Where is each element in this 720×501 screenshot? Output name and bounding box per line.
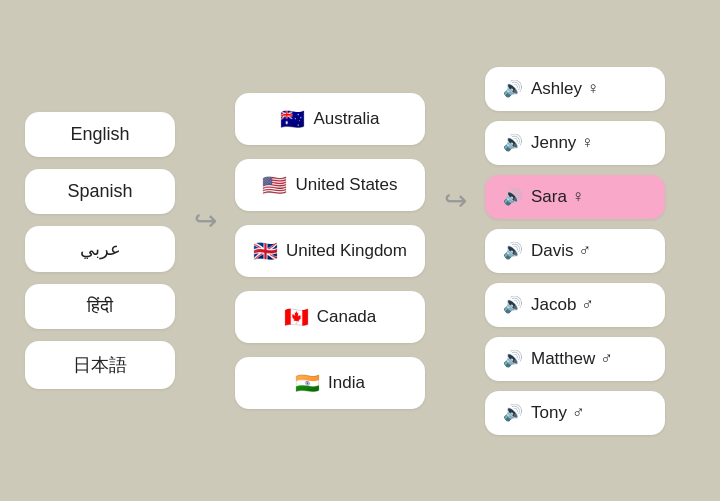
davis-name: Davis ♂ [531,241,647,261]
language-item-japanese[interactable]: 日本語 [25,341,175,389]
voice-item-matthew[interactable]: 🔊Matthew ♂ [485,337,665,381]
jenny-speaker-icon: 🔊 [503,133,523,152]
language-item-english[interactable]: English [25,112,175,157]
tony-speaker-icon: 🔊 [503,403,523,422]
country-item-united-states[interactable]: 🇺🇸United States [235,159,425,211]
arrow-col-2: ↪ [430,21,480,481]
united-states-flag-icon: 🇺🇸 [262,173,287,197]
united-states-label: United States [295,175,397,195]
davis-speaker-icon: 🔊 [503,241,523,260]
country-item-canada[interactable]: 🇨🇦Canada [235,291,425,343]
voice-item-davis[interactable]: 🔊Davis ♂ [485,229,665,273]
main-container: EnglishSpanishعربيहिंदी日本語 ↪ 🇦🇺Australia… [20,21,700,481]
matthew-speaker-icon: 🔊 [503,349,523,368]
voice-item-ashley[interactable]: 🔊Ashley ♀ [485,67,665,111]
sara-speaker-icon: 🔊 [503,187,523,206]
matthew-name: Matthew ♂ [531,349,647,369]
australia-flag-icon: 🇦🇺 [280,107,305,131]
language-item-spanish[interactable]: Spanish [25,169,175,214]
tony-name: Tony ♂ [531,403,647,423]
country-item-india[interactable]: 🇮🇳India [235,357,425,409]
voice-item-tony[interactable]: 🔊Tony ♂ [485,391,665,435]
languages-column: EnglishSpanishعربيहिंदी日本語 [20,112,180,389]
voice-item-jacob[interactable]: 🔊Jacob ♂ [485,283,665,327]
voice-item-jenny[interactable]: 🔊Jenny ♀ [485,121,665,165]
ashley-speaker-icon: 🔊 [503,79,523,98]
jacob-speaker-icon: 🔊 [503,295,523,314]
voice-item-sara[interactable]: 🔊Sara ♀ [485,175,665,219]
arrow-2-icon: ↪ [444,184,467,217]
united-kingdom-label: United Kingdom [286,241,407,261]
country-item-australia[interactable]: 🇦🇺Australia [235,93,425,145]
sara-name: Sara ♀ [531,187,647,207]
voices-column: 🔊Ashley ♀🔊Jenny ♀🔊Sara ♀🔊Davis ♂🔊Jacob ♂… [480,67,670,435]
canada-flag-icon: 🇨🇦 [284,305,309,329]
ashley-name: Ashley ♀ [531,79,647,99]
united-kingdom-flag-icon: 🇬🇧 [253,239,278,263]
canada-label: Canada [317,307,377,327]
india-flag-icon: 🇮🇳 [295,371,320,395]
jenny-name: Jenny ♀ [531,133,647,153]
language-item-hindi[interactable]: हिंदी [25,284,175,329]
india-label: India [328,373,365,393]
jacob-name: Jacob ♂ [531,295,647,315]
country-item-united-kingdom[interactable]: 🇬🇧United Kingdom [235,225,425,277]
language-item-arabic[interactable]: عربي [25,226,175,272]
arrow-col-1: ↪ [180,21,230,481]
countries-column: 🇦🇺Australia🇺🇸United States🇬🇧United Kingd… [230,93,430,409]
australia-label: Australia [313,109,379,129]
arrow-1-icon: ↪ [194,204,217,237]
